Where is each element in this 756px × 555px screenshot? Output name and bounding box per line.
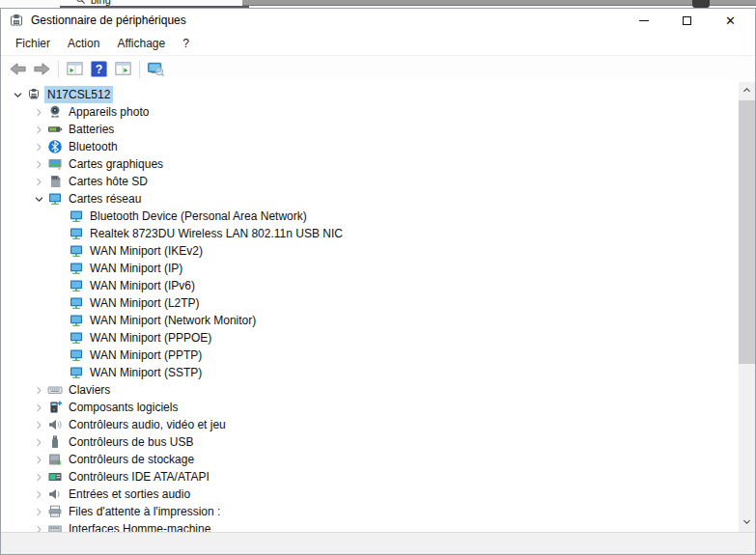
chevron-right-icon[interactable]	[30, 104, 47, 120]
chevron-right-icon[interactable]	[30, 417, 47, 432]
vertical-scrollbar[interactable]	[739, 82, 755, 532]
storage-icon	[47, 452, 63, 467]
toolbar-separator	[58, 61, 59, 78]
tree-item-label: Bluetooth	[66, 138, 121, 155]
tree-item-label: Claviers	[66, 381, 113, 399]
network-icon	[69, 226, 84, 241]
minimize-icon	[639, 20, 649, 21]
tree-item-label: WAN Miniport (L2TP)	[87, 294, 203, 312]
tree-item-label: WAN Miniport (IP)	[87, 260, 185, 277]
tree-item-label: Interfaces Homme-machine	[66, 520, 213, 532]
show-hide-console-tree-button[interactable]	[63, 58, 87, 81]
menu-affichage[interactable]: Affichage	[108, 34, 174, 53]
network-icon	[69, 330, 84, 346]
tree-item[interactable]: Entrées et sorties audio	[1, 486, 739, 503]
tree-item[interactable]: Appareils photo	[1, 103, 739, 121]
window-title: Gestionnaire de périphériques	[31, 14, 186, 27]
network-icon	[69, 243, 84, 259]
tree-item[interactable]: Interfaces Homme-machine	[1, 520, 739, 532]
forward-button[interactable]	[30, 58, 54, 81]
audio-icon	[47, 417, 63, 432]
tree-item-label: Cartes hôte SD	[66, 173, 151, 190]
menu-help[interactable]: ?	[174, 34, 198, 53]
maximize-button[interactable]	[665, 9, 709, 32]
scan-hardware-changes-button[interactable]	[144, 58, 168, 81]
network-icon	[69, 208, 84, 224]
tree-item[interactable]: Contrôleurs audio, vidéo et jeu	[1, 416, 739, 433]
tree-item[interactable]: Contrôleurs IDE ATA/ATAPI	[1, 468, 739, 486]
hmi-icon	[47, 521, 63, 532]
tree-item-label: Files d'attente à l'impression :	[66, 503, 223, 520]
chevron-down-icon[interactable]	[9, 87, 26, 102]
titlebar[interactable]: Gestionnaire de périphériques ✕	[1, 9, 755, 32]
chevron-right-icon[interactable]	[30, 521, 47, 532]
back-button[interactable]	[6, 58, 30, 81]
tree-item[interactable]: WAN Miniport (Network Monitor)	[1, 312, 739, 329]
tree-item-label: WAN Miniport (PPTP)	[87, 347, 205, 364]
network-icon	[69, 347, 84, 363]
action-pane-button[interactable]	[111, 58, 135, 81]
minimize-button[interactable]	[622, 9, 665, 32]
tree-item-label: WAN Miniport (IKEv2)	[87, 242, 206, 260]
chevron-spacer	[51, 226, 69, 241]
chevron-down-icon[interactable]	[30, 191, 47, 207]
tree-item[interactable]: Cartes hôte SD	[1, 173, 739, 190]
toolbar: ?	[1, 56, 755, 83]
tree-item[interactable]: WAN Miniport (PPPOE)	[1, 329, 739, 347]
chevron-right-icon[interactable]	[30, 452, 47, 467]
chevron-right-icon[interactable]	[30, 174, 47, 189]
chevron-spacer	[51, 295, 69, 311]
help-button[interactable]: ?	[87, 58, 111, 81]
tree-item[interactable]: Files d'attente à l'impression :	[1, 503, 739, 520]
menu-fichier[interactable]: Fichier	[7, 34, 59, 53]
chevron-spacer	[51, 313, 69, 328]
forward-arrow-icon	[33, 60, 51, 78]
chevron-right-icon[interactable]	[30, 434, 47, 450]
tree-item-label: Appareils photo	[66, 103, 152, 121]
tree-item[interactable]: Contrôleurs de bus USB	[1, 433, 739, 451]
tree-item[interactable]: Batteries	[1, 121, 739, 138]
tree-item[interactable]: Contrôleurs de stockage	[1, 451, 739, 468]
tree-item[interactable]: Claviers	[1, 381, 739, 399]
tree-item[interactable]: Composants logiciels	[1, 399, 739, 416]
tree-item[interactable]: Realtek 8723DU Wireless LAN 802.11n USB …	[1, 225, 739, 242]
chevron-spacer	[51, 278, 69, 293]
chevron-right-icon[interactable]	[30, 382, 47, 398]
network-icon	[69, 313, 84, 328]
chevron-right-icon[interactable]	[30, 156, 47, 172]
close-button[interactable]: ✕	[709, 9, 752, 32]
tree-item-label: Contrôleurs IDE ATA/ATAPI	[66, 468, 212, 486]
tree-item[interactable]: Bluetooth	[1, 138, 739, 155]
tree-item-label: Realtek 8723DU Wireless LAN 802.11n USB …	[87, 225, 346, 242]
tree-item-label: Contrôleurs de stockage	[66, 451, 197, 468]
tree-item[interactable]: WAN Miniport (SSTP)	[1, 364, 739, 381]
network-icon	[69, 365, 84, 380]
menu-action[interactable]: Action	[59, 34, 108, 53]
tree-item[interactable]: WAN Miniport (IKEv2)	[1, 242, 739, 260]
tree-item[interactable]: WAN Miniport (L2TP)	[1, 294, 739, 312]
action-pane-icon	[114, 60, 132, 78]
scan-computer-icon	[147, 60, 165, 78]
chevron-right-icon[interactable]	[30, 400, 47, 415]
tree-item[interactable]: Bluetooth Device (Personal Area Network)	[1, 208, 739, 225]
tree-item[interactable]: Cartes graphiques	[1, 155, 739, 173]
scroll-down-button[interactable]	[739, 513, 755, 530]
window-bottom-strip	[1, 532, 755, 554]
device-tree-panel: N17CSL512Appareils photoBatteriesBluetoo…	[1, 82, 755, 532]
scroll-up-button[interactable]	[739, 82, 755, 98]
chevron-right-icon[interactable]	[30, 122, 47, 137]
background-window-edge	[242, 0, 756, 6]
camera-icon	[47, 104, 63, 120]
tree-item[interactable]: WAN Miniport (IPv6)	[1, 277, 739, 294]
tree-item[interactable]: WAN Miniport (IP)	[1, 260, 739, 277]
tree-item-label: WAN Miniport (PPPOE)	[87, 329, 214, 347]
scrollbar-thumb[interactable]	[739, 100, 755, 364]
audio-io-icon	[47, 486, 63, 502]
chevron-right-icon[interactable]	[30, 504, 47, 519]
chevron-right-icon[interactable]	[30, 486, 47, 502]
tree-item[interactable]: Cartes réseau	[1, 190, 739, 208]
chevron-right-icon[interactable]	[30, 469, 47, 485]
chevron-right-icon[interactable]	[30, 139, 47, 154]
tree-item[interactable]: WAN Miniport (PPTP)	[1, 347, 739, 364]
tree-item[interactable]: N17CSL512	[1, 86, 739, 103]
